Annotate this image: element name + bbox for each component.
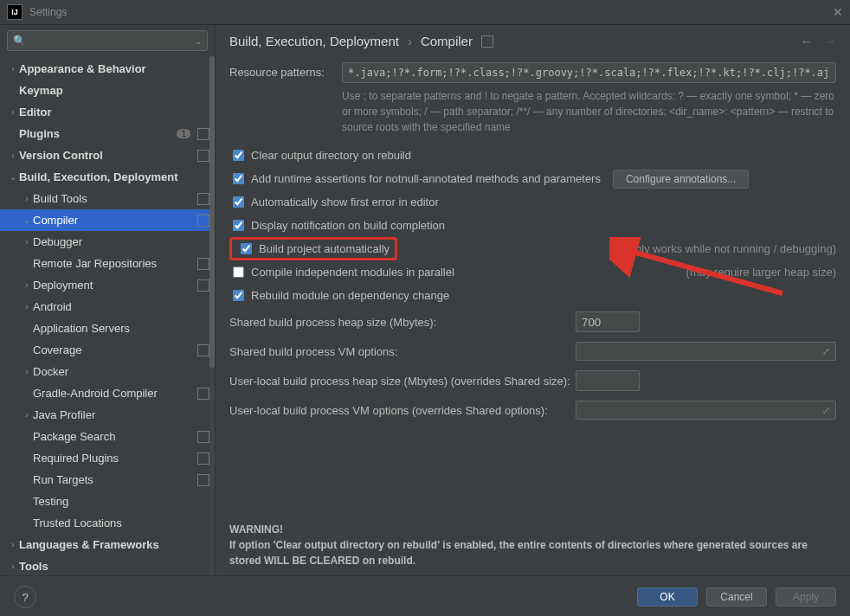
- tree-label: Remote Jar Repositories: [33, 257, 194, 270]
- configure-annotations-button[interactable]: Configure annotations...: [613, 170, 749, 189]
- project-scope-icon: [197, 150, 209, 162]
- settings-content: Build, Execution, Deployment › Compiler …: [216, 25, 850, 575]
- tree-node-keymap[interactable]: Keymap: [0, 80, 215, 101]
- apply-button[interactable]: Apply: [776, 587, 836, 606]
- close-icon[interactable]: ✕: [833, 5, 843, 19]
- display-notification-checkbox[interactable]: [233, 220, 244, 231]
- warning-block: WARNING! If option 'Clear output directo…: [229, 511, 836, 575]
- project-scope-icon: [197, 431, 209, 443]
- shared-vm-label: Shared build process VM options:: [229, 345, 576, 358]
- tree-node-editor[interactable]: ›Editor: [0, 101, 215, 123]
- tree-label: Android: [33, 300, 209, 313]
- project-scope-icon: [197, 452, 209, 465]
- tree-arrow-icon: ›: [21, 194, 33, 203]
- project-scope-icon: [197, 193, 209, 205]
- tree-node-java-profiler[interactable]: ›Java Profiler: [0, 404, 215, 426]
- tree-label: Debugger: [33, 235, 209, 248]
- tree-label: Version Control: [19, 149, 194, 162]
- project-scope-icon: [197, 258, 209, 270]
- tree-label: Plugins: [19, 127, 177, 140]
- resource-patterns-input[interactable]: [342, 62, 836, 83]
- expand-icon[interactable]: ⤢: [822, 405, 830, 416]
- chevron-right-icon: ›: [408, 34, 412, 48]
- search-icon: 🔍: [13, 35, 26, 47]
- user-vm-input[interactable]: ⤢: [576, 401, 836, 420]
- breadcrumb-leaf: Compiler: [421, 34, 473, 48]
- compile-parallel-checkbox[interactable]: [233, 266, 244, 278]
- tree-node-languages-frameworks[interactable]: ›Languages & Frameworks: [0, 534, 215, 555]
- tree-label: Required Plugins: [33, 452, 194, 465]
- breadcrumb-root[interactable]: Build, Execution, Deployment: [229, 34, 399, 48]
- tree-node-package-search[interactable]: Package Search: [0, 426, 215, 447]
- tree-label: Docker: [33, 365, 209, 378]
- tree-node-remote-jar-repositories[interactable]: Remote Jar Repositories: [0, 253, 215, 274]
- clear-output-checkbox[interactable]: [233, 150, 244, 161]
- settings-tree[interactable]: ›Appearance & BehaviorKeymap›EditorPlugi…: [0, 56, 215, 575]
- tree-node-tools[interactable]: ›Tools: [0, 555, 215, 575]
- project-scope-icon: [197, 215, 209, 227]
- tree-label: Deployment: [33, 279, 194, 292]
- tree-node-deployment[interactable]: ›Deployment: [0, 274, 215, 296]
- runtime-assert-checkbox[interactable]: [233, 173, 244, 184]
- chevron-down-icon[interactable]: ⌄: [195, 36, 202, 46]
- tree-node-version-control[interactable]: ›Version Control: [0, 144, 215, 166]
- runtime-assert-label: Add runtime assertions for notnull-annot…: [251, 172, 601, 185]
- expand-icon[interactable]: ⤢: [822, 346, 830, 357]
- tree-arrow-icon: ›: [7, 540, 19, 549]
- auto-show-error-checkbox[interactable]: [233, 196, 244, 208]
- ok-button[interactable]: OK: [637, 587, 698, 606]
- tree-arrow-icon: ⌄: [7, 172, 19, 182]
- tree-node-compiler[interactable]: ⌄Compiler: [0, 209, 215, 231]
- compile-parallel-side-note: (may require larger heap size): [686, 266, 836, 279]
- tree-node-plugins[interactable]: Plugins1: [0, 123, 215, 144]
- rebuild-dependency-checkbox[interactable]: [233, 290, 244, 301]
- user-heap-input[interactable]: [576, 370, 640, 391]
- tree-label: Package Search: [33, 430, 194, 443]
- tree-node-build-tools[interactable]: ›Build Tools: [0, 188, 215, 209]
- build-auto-side-note: (only works while not running / debuggin…: [625, 242, 836, 255]
- project-scope-icon: [197, 388, 209, 400]
- resource-patterns-label: Resource patterns:: [229, 62, 342, 79]
- tree-label: Build Tools: [33, 192, 194, 205]
- tree-node-testing[interactable]: Testing: [0, 491, 215, 512]
- shared-vm-input[interactable]: ⤢: [576, 342, 836, 361]
- tree-node-appearance-behavior[interactable]: ›Appearance & Behavior: [0, 58, 215, 80]
- nav-back-icon[interactable]: ←: [800, 34, 813, 48]
- tree-node-application-servers[interactable]: Application Servers: [0, 318, 215, 339]
- project-scope-icon: [197, 128, 209, 140]
- tree-label: Run Targets: [33, 473, 194, 486]
- tree-node-debugger[interactable]: ›Debugger: [0, 231, 215, 253]
- user-heap-label: User-local build process heap size (Mbyt…: [229, 375, 576, 388]
- build-automatically-label: Build project automatically: [259, 242, 390, 255]
- tree-label: Build, Execution, Deployment: [19, 170, 209, 183]
- dialog-footer: ? OK Cancel Apply: [0, 575, 850, 616]
- tree-node-build-execution-deployment[interactable]: ⌄Build, Execution, Deployment: [0, 166, 215, 188]
- warning-title: WARNING!: [229, 522, 836, 537]
- user-vm-label: User-local build process VM options (ove…: [229, 404, 576, 417]
- tree-node-required-plugins[interactable]: Required Plugins: [0, 447, 215, 469]
- badge: 1: [177, 129, 190, 138]
- tree-node-trusted-locations[interactable]: Trusted Locations: [0, 512, 215, 534]
- sidebar-scrollbar[interactable]: [209, 56, 215, 575]
- search-input[interactable]: [29, 34, 195, 48]
- clear-output-label: Clear output directory on rebuild: [251, 149, 411, 162]
- shared-heap-label: Shared build process heap size (Mbytes):: [229, 316, 576, 329]
- compile-parallel-label: Compile independent modules in parallel: [251, 266, 454, 279]
- settings-sidebar: 🔍 ⌄ ›Appearance & BehaviorKeymap›EditorP…: [0, 25, 216, 575]
- cancel-button[interactable]: Cancel: [706, 587, 767, 606]
- tree-label: Java Profiler: [33, 408, 209, 421]
- nav-forward-icon[interactable]: →: [823, 34, 836, 48]
- tree-node-run-targets[interactable]: Run Targets: [0, 469, 215, 491]
- window-title: Settings: [29, 6, 67, 18]
- help-button[interactable]: ?: [14, 586, 36, 608]
- build-automatically-checkbox[interactable]: [241, 243, 252, 254]
- title-bar: IJ Settings ✕: [0, 0, 850, 25]
- project-scope-icon: [481, 35, 493, 48]
- search-input-wrap[interactable]: 🔍 ⌄: [7, 30, 208, 51]
- shared-heap-input[interactable]: [576, 311, 640, 332]
- tree-node-android[interactable]: ›Android: [0, 296, 215, 318]
- tree-node-docker[interactable]: ›Docker: [0, 361, 215, 382]
- tree-node-coverage[interactable]: Coverage: [0, 339, 215, 361]
- tree-arrow-icon: ›: [21, 237, 33, 247]
- tree-node-gradle-android-compiler[interactable]: Gradle-Android Compiler: [0, 382, 215, 404]
